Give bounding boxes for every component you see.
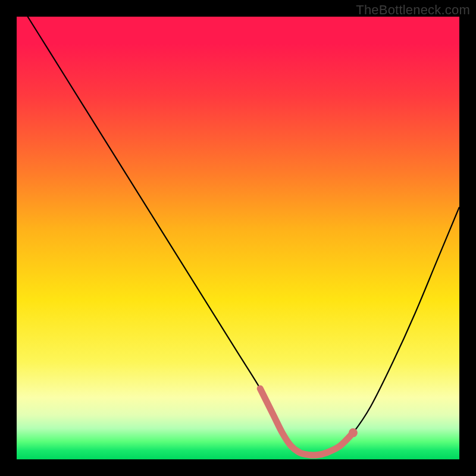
curve-highlight [260, 389, 353, 455]
chart-frame: TheBottleneck.com [0, 0, 476, 476]
highlight-dot-icon [349, 428, 358, 437]
curve-path [17, 17, 459, 455]
bottleneck-curve [17, 17, 459, 459]
watermark-label: TheBottleneck.com [356, 2, 470, 18]
plot-area [17, 17, 459, 459]
